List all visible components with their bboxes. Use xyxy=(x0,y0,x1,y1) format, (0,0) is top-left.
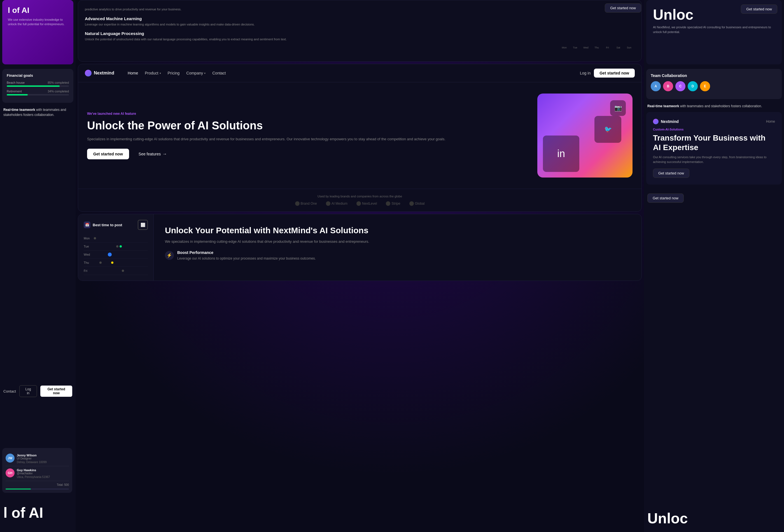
financial-goals-title: Financial goals xyxy=(7,73,69,78)
nav-pricing[interactable]: Pricing xyxy=(168,71,180,75)
bottom-right-content: Unlock Your Potential with NextMind's AI… xyxy=(154,214,642,281)
time-row-fri: Fri xyxy=(84,267,148,275)
user-info-guy: Guy Hawkins @machadev Utica, Pennsylvani… xyxy=(17,469,69,478)
time-row-wed: Wed xyxy=(84,251,148,259)
see-features-label: See features xyxy=(139,152,161,156)
transform-cta-button[interactable]: Get started now xyxy=(653,169,689,178)
feature-aml: Advanced Machine Learning Leverage our e… xyxy=(85,16,387,27)
time-day-wed: Wed xyxy=(84,253,91,256)
nav-company[interactable]: Company ▾ xyxy=(186,71,205,75)
logo-text: Nextmind xyxy=(94,71,114,76)
left-teamwork-text: Real-time teamwork with teammates and st… xyxy=(0,107,76,117)
used-by-label: Used by leading brands and companies fro… xyxy=(87,195,633,198)
time-dots-thu xyxy=(94,261,148,264)
chart-label-wed: Wed xyxy=(581,46,590,49)
right-team-title: Team Collaboration xyxy=(651,73,777,78)
nav-product[interactable]: Product ▾ xyxy=(145,71,161,75)
right-big-title: Unloc xyxy=(647,510,688,526)
boost-row: ⚡ Boost Performance Leverage our AI solu… xyxy=(165,250,630,261)
features-left: predictive analytics to drive productivi… xyxy=(85,7,387,46)
time-day-thu: Thu xyxy=(84,261,91,264)
fg-item-beach: Beach house 85% completed xyxy=(7,81,69,87)
used-by-logos: Brand One AI Medium NextLevel Stripe Glo… xyxy=(87,201,633,206)
right-top-subtitle: At NextMind, we provide specialized AI c… xyxy=(653,25,775,34)
image-placeholder-icon: ⬜ xyxy=(138,220,148,230)
time-day-mon: Mon xyxy=(84,236,91,240)
nav-contact[interactable]: Contact xyxy=(212,71,226,75)
features-section: predictive analytics to drive productivi… xyxy=(78,0,642,62)
best-time-title-row: 📅 Best time to post xyxy=(84,222,122,228)
hero-content: We've launched new AI feature Unlock the… xyxy=(78,82,642,189)
company-chevron-icon: ▾ xyxy=(204,72,205,75)
nav-actions: Log in Get started now xyxy=(580,68,635,78)
boost-title: Boost Performance xyxy=(177,250,316,255)
avatar-4: D xyxy=(688,81,698,91)
time-dots-tue xyxy=(94,245,148,248)
feature-nlp-desc: Unlock the potential of unstructured dat… xyxy=(85,37,387,42)
right-teamwork-text: Real-time teamwork with teammates and st… xyxy=(644,104,784,109)
left-hero-card: l of AI We use extensive industry knowle… xyxy=(2,0,73,64)
navbar-logo[interactable]: Nextmind xyxy=(85,70,114,77)
nav-cta-button[interactable]: Get started now xyxy=(594,68,635,78)
features-chart: Mon Tue Wed Thu Fri Sat Sun xyxy=(558,6,636,56)
time-dot-tue-2 xyxy=(119,245,122,248)
chart-labels: Mon Tue Wed Thu Fri Sat Sun xyxy=(558,45,636,49)
time-dot-mon-1 xyxy=(94,237,96,240)
avatar-3: C xyxy=(675,81,685,91)
time-dot-thu-1 xyxy=(100,261,102,264)
fg-bar-bg-beach xyxy=(7,85,69,87)
logo-dot xyxy=(85,70,91,77)
right-transform-card: Nextmind Home Custom-AI-Solutions Transf… xyxy=(646,112,782,185)
chart-label-mon: Mon xyxy=(560,46,569,49)
chart-label-sun: Sun xyxy=(624,46,634,49)
corner-get-started-button[interactable]: Get started now xyxy=(605,3,641,12)
right-top-card: Get started now Unloc At NextMind, we pr… xyxy=(646,0,782,64)
user-location-jenny: Delray, Delaware 10099 xyxy=(17,460,69,464)
left-panel: l of AI We use extensive industry knowle… xyxy=(0,0,76,532)
feature-nlp: Natural Language Processing Unlock the p… xyxy=(85,31,387,42)
twitter-icon: 🐦 xyxy=(604,126,612,133)
fg-bar-bg-retirement xyxy=(7,94,69,95)
fg-bar-fill-retirement xyxy=(7,94,28,95)
total-label: Total: 500 xyxy=(57,483,69,486)
right-panel: Get started now Unloc At NextMind, we pr… xyxy=(644,0,784,532)
right-bottom-cta-button[interactable]: Get started now xyxy=(647,194,684,203)
main-hero-section: Nextmind Home Product ▾ Pricing Company … xyxy=(78,64,642,212)
fg-pct-beach: 85% completed xyxy=(48,81,69,84)
nav-home[interactable]: Home xyxy=(128,71,138,75)
user-location-guy: Utica, Pennsylvania 51967 xyxy=(17,475,69,478)
left-login-button[interactable]: Log in xyxy=(19,385,37,397)
time-row-mon: Mon xyxy=(84,234,148,243)
nav-login-button[interactable]: Log in xyxy=(580,71,590,75)
user-info-jenny: Jenny Wilson UI Designer Delray, Delawar… xyxy=(17,454,69,464)
avatar-2: B xyxy=(663,81,673,91)
right-bottom-cta-area: Get started now xyxy=(644,189,784,207)
left-bottom-title: l of AI xyxy=(0,499,76,526)
right-top-cta-button[interactable]: Get started now xyxy=(741,4,777,14)
calendar-icon: 📅 xyxy=(84,222,90,228)
avatar-grid: A B C D E xyxy=(651,81,777,91)
left-nav-contact: Contact xyxy=(3,389,16,393)
transform-desc: Our AI consulting services take you thro… xyxy=(653,155,775,164)
left-hero-title: l of AI xyxy=(8,6,68,15)
left-cta-button[interactable]: Get started now xyxy=(40,386,72,397)
right-team-card: Team Collaboration A B C D E xyxy=(646,69,782,99)
boost-desc: Leverage our AI solutions to optimize yo… xyxy=(177,256,316,261)
chart-label-thu: Thu xyxy=(592,46,601,49)
linkedin-card: in xyxy=(543,136,579,172)
hero-cta-primary[interactable]: Get started now xyxy=(87,149,129,159)
avatar-1: A xyxy=(651,81,661,91)
time-day-fri: Fri xyxy=(84,269,91,273)
unlock-desc: We specializes in implementing cutting-e… xyxy=(165,239,630,245)
fg-bar-fill-beach xyxy=(7,85,60,87)
financial-goals-card: Financial goals Beach house 85% complete… xyxy=(2,69,73,103)
instagram-icon: 📷 xyxy=(614,105,622,112)
chart-label-fri: Fri xyxy=(603,46,612,49)
hero-buttons: Get started now See features → xyxy=(87,149,528,159)
hero-left: We've launched new AI feature Unlock the… xyxy=(87,112,528,160)
best-time-header: 📅 Best time to post ⬜ xyxy=(84,220,148,230)
hero-cta-secondary[interactable]: See features → xyxy=(133,149,173,159)
bottom-section: 📅 Best time to post ⬜ Mon Tue Wed xyxy=(78,214,642,281)
total-bar: Total: 500 xyxy=(6,483,69,486)
chart-label-tue: Tue xyxy=(571,46,580,49)
